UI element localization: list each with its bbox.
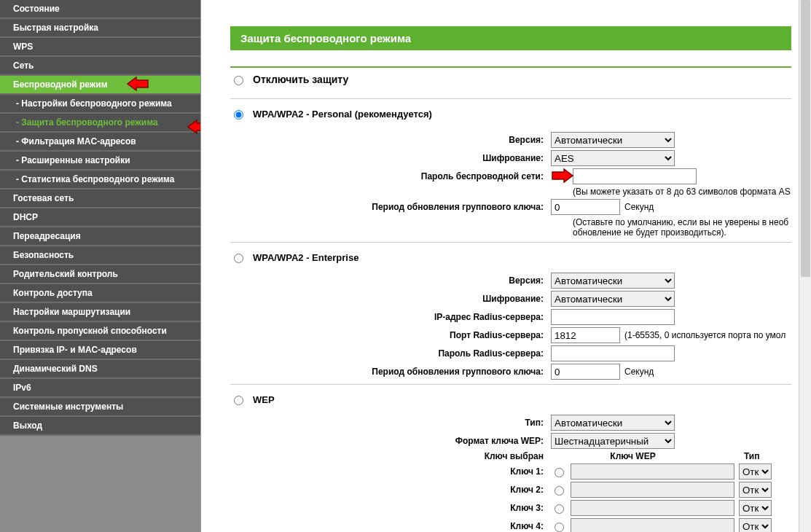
section-enterprise: WPA/WPA2 - Enterprise — [230, 251, 811, 263]
select-wep-type-4[interactable]: Отк — [739, 518, 772, 532]
input-personal-gk[interactable] — [551, 199, 620, 215]
label-group-key: Период обновления группового ключа: — [230, 202, 551, 212]
section-personal: WPA/WPA2 - Personal (рекомендуется) — [230, 108, 811, 120]
select-personal-version[interactable]: Автоматически — [551, 132, 675, 148]
input-ent-gk[interactable] — [551, 364, 620, 380]
wep-heading: WEP — [253, 394, 275, 405]
select-ent-enc[interactable]: Автоматически — [551, 291, 675, 307]
label-encryption: Шифрование: — [230, 153, 551, 163]
note-password: (Вы можете указать от 8 до 63 символов ф… — [573, 187, 811, 197]
nav-item-access[interactable]: Контроль доступа — [0, 284, 200, 303]
label-ent-gk: Период обновления группового ключа: — [230, 367, 551, 377]
select-wep-type-2[interactable]: Отк — [739, 482, 772, 498]
nav-item-forwarding[interactable]: Переадресация — [0, 227, 200, 246]
nav-item-network[interactable]: Сеть — [0, 57, 200, 76]
page-title: Защита беспроводного режима — [230, 26, 791, 50]
input-personal-password[interactable] — [573, 168, 697, 184]
label-ent-version: Версия: — [230, 275, 551, 286]
content-area: Защита беспроводного режима Отключить за… — [200, 0, 811, 532]
select-wep-type[interactable]: Автоматически — [551, 415, 675, 431]
wep-row-3: Ключ 3: Отк — [230, 500, 811, 516]
wep-row-1: Ключ 1: Отк — [230, 463, 811, 480]
unit-seconds: Секунд — [624, 367, 654, 377]
section-wep: WEP — [230, 394, 811, 405]
nav-item-logout[interactable]: Выход — [0, 417, 200, 436]
divider — [230, 384, 791, 385]
radio-wep-key-4[interactable] — [555, 523, 564, 532]
radio-wep-key-1[interactable] — [555, 468, 564, 477]
nav-item-guest[interactable]: Гостевая сеть — [0, 189, 200, 208]
input-wep-key-2[interactable] — [571, 482, 734, 498]
input-radius-pwd[interactable] — [551, 345, 675, 361]
input-wep-key-1[interactable] — [571, 463, 734, 480]
section-disable: Отключить защиту — [230, 74, 811, 85]
label-ent-enc: Шифрование: — [230, 294, 551, 304]
divider — [230, 242, 791, 243]
nav-item-parental[interactable]: Родительский контроль — [0, 265, 200, 284]
select-wep-type-1[interactable]: Отк — [739, 463, 772, 480]
radio-wep-key-3[interactable] — [555, 504, 564, 514]
nav-item-wps[interactable]: WPS — [0, 38, 200, 57]
disable-label: Отключить защиту — [253, 74, 348, 85]
radio-wep[interactable] — [234, 396, 243, 405]
col-key: Ключ WEP — [551, 451, 715, 461]
nav-item-status[interactable]: Состояние — [0, 0, 200, 19]
arrow-right-icon — [551, 168, 574, 183]
input-wep-key-3[interactable] — [571, 500, 734, 516]
nav-item-routing[interactable]: Настройки маршрутизации — [0, 303, 200, 322]
note-gk: (Оставьте по умолчанию, если вы не увере… — [573, 217, 811, 238]
personal-heading: WPA/WPA2 - Personal (рекомендуется) — [253, 109, 432, 120]
label-wep-type: Тип: — [230, 418, 551, 428]
col-type: Тип — [715, 451, 759, 461]
scrollbar[interactable] — [799, 0, 811, 532]
label-wep-format: Формат ключа WEP: — [230, 436, 551, 446]
nav-item-ipmac[interactable]: Привязка IP- и MAC-адресов — [0, 341, 200, 360]
wep-row-2: Ключ 2: Отк — [230, 482, 811, 498]
nav-sub-advanced[interactable]: - Расширенные настройки — [0, 152, 200, 171]
nav-item-security[interactable]: Безопасность — [0, 246, 200, 265]
nav-item-dhcp[interactable]: DHCP — [0, 208, 200, 227]
svg-marker-2 — [552, 169, 573, 182]
nav-sub-stats[interactable]: - Статистика беспроводного режима — [0, 171, 200, 189]
nav-item-ipv6[interactable]: IPv6 — [0, 379, 200, 398]
radio-wep-key-2[interactable] — [555, 486, 564, 496]
input-wep-key-4[interactable] — [571, 518, 734, 532]
label-radius-pwd: Пароль Radius-сервера: — [230, 348, 551, 359]
svg-marker-0 — [128, 77, 148, 90]
radio-disable[interactable] — [234, 76, 243, 85]
label-radius-ip: IP-адрес Radius-сервера: — [230, 312, 551, 322]
nav-item-ddns[interactable]: Динамический DNS — [0, 360, 200, 379]
input-radius-port[interactable] — [551, 327, 620, 343]
radio-personal[interactable] — [234, 110, 243, 120]
select-wep-format[interactable]: Шестнадцатеричный — [551, 433, 675, 449]
label-password: Пароль беспроводной сети: — [230, 171, 551, 181]
nav-sub-wireless-security[interactable]: - Защита беспроводного режима — [0, 114, 200, 133]
enterprise-heading: WPA/WPA2 - Enterprise — [253, 252, 359, 263]
note-radius-port: (1-65535, 0 используется порта по умол — [624, 330, 785, 340]
radio-enterprise[interactable] — [234, 254, 243, 263]
scroll-thumb[interactable] — [801, 0, 810, 277]
label-version: Версия: — [230, 135, 551, 145]
label-wep-selected: Ключ выбран — [230, 451, 551, 461]
arrow-left-icon — [126, 77, 149, 91]
select-ent-version[interactable]: Автоматически — [551, 273, 675, 289]
divider — [230, 66, 791, 68]
divider — [230, 98, 791, 99]
nav-item-wireless[interactable]: Беспроводной режим — [0, 76, 200, 95]
unit-seconds: Секунд — [624, 202, 654, 212]
nav-item-bandwidth[interactable]: Контроль пропускной способности — [0, 322, 200, 341]
nav-sub-wireless-settings[interactable]: - Настройки беспроводного режима — [0, 95, 200, 114]
wep-row-4: Ключ 4: Отк — [230, 518, 811, 532]
sidebar: Состояние Быстрая настройка WPS Сеть Бес… — [0, 0, 200, 532]
select-personal-enc[interactable]: AES — [551, 150, 675, 166]
label-radius-port: Порт Radius-сервера: — [230, 330, 551, 340]
input-radius-ip[interactable] — [551, 309, 675, 325]
nav-item-system[interactable]: Системные инструменты — [0, 398, 200, 417]
nav-item-quick-setup[interactable]: Быстрая настройка — [0, 19, 200, 38]
select-wep-type-3[interactable]: Отк — [739, 500, 772, 516]
nav-sub-mac-filter[interactable]: - Фильтрация MAC-адресов — [0, 133, 200, 152]
